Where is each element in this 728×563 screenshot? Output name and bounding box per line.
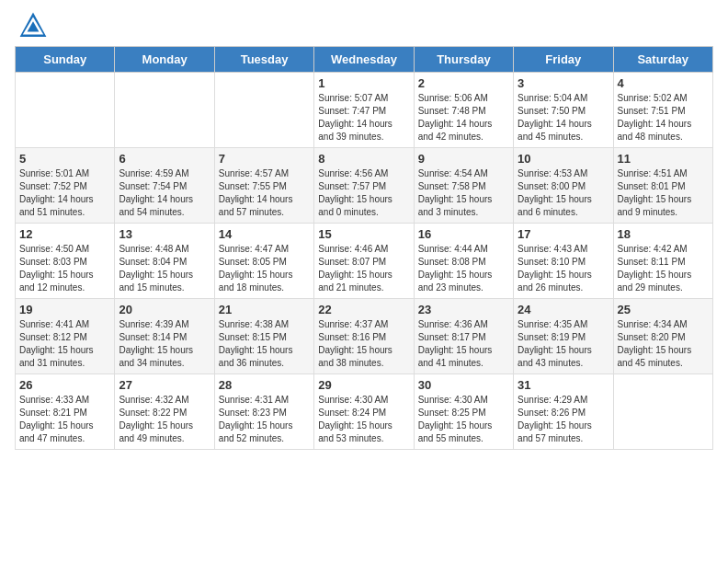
day-number: 23 (418, 303, 509, 316)
day-info: Sunrise: 4:36 AM Sunset: 8:17 PM Dayligh… (418, 318, 509, 370)
calendar-day-4: 4Sunrise: 5:02 AM Sunset: 7:51 PM Daylig… (613, 73, 712, 148)
calendar-day-29: 29Sunrise: 4:30 AM Sunset: 8:24 PM Dayli… (314, 374, 414, 450)
day-number: 16 (418, 227, 509, 241)
calendar-empty-cell (613, 374, 712, 450)
day-number: 15 (318, 227, 409, 241)
col-header-monday: Monday (115, 47, 214, 73)
day-number: 22 (318, 303, 409, 316)
calendar-day-7: 7Sunrise: 4:57 AM Sunset: 7:55 PM Daylig… (214, 148, 313, 224)
day-number: 27 (119, 378, 210, 392)
calendar-day-14: 14Sunrise: 4:47 AM Sunset: 8:05 PM Dayli… (214, 224, 313, 299)
day-number: 12 (19, 227, 110, 241)
calendar-table: SundayMondayTuesdayWednesdayThursdayFrid… (15, 46, 713, 450)
day-info: Sunrise: 4:30 AM Sunset: 8:24 PM Dayligh… (318, 394, 409, 445)
day-number: 7 (219, 152, 310, 166)
day-number: 26 (19, 378, 110, 392)
day-info: Sunrise: 4:44 AM Sunset: 8:08 PM Dayligh… (418, 243, 509, 294)
calendar-day-2: 2Sunrise: 5:06 AM Sunset: 7:48 PM Daylig… (414, 73, 513, 148)
calendar-day-19: 19Sunrise: 4:41 AM Sunset: 8:12 PM Dayli… (16, 299, 115, 374)
col-header-wednesday: Wednesday (314, 47, 414, 73)
day-info: Sunrise: 4:57 AM Sunset: 7:55 PM Dayligh… (219, 167, 310, 219)
day-number: 13 (119, 227, 210, 241)
day-number: 18 (618, 227, 709, 241)
day-info: Sunrise: 4:43 AM Sunset: 8:10 PM Dayligh… (518, 243, 609, 294)
calendar-day-8: 8Sunrise: 4:56 AM Sunset: 7:57 PM Daylig… (314, 148, 414, 224)
day-number: 2 (418, 76, 509, 90)
calendar-day-31: 31Sunrise: 4:29 AM Sunset: 8:26 PM Dayli… (514, 374, 613, 450)
day-info: Sunrise: 4:37 AM Sunset: 8:16 PM Dayligh… (318, 318, 409, 370)
calendar-day-30: 30Sunrise: 4:30 AM Sunset: 8:25 PM Dayli… (414, 374, 513, 450)
day-info: Sunrise: 4:39 AM Sunset: 8:14 PM Dayligh… (119, 318, 210, 370)
calendar-day-27: 27Sunrise: 4:32 AM Sunset: 8:22 PM Dayli… (115, 374, 214, 450)
day-info: Sunrise: 5:06 AM Sunset: 7:48 PM Dayligh… (418, 92, 509, 144)
day-info: Sunrise: 4:33 AM Sunset: 8:21 PM Dayligh… (19, 394, 110, 445)
calendar-day-15: 15Sunrise: 4:46 AM Sunset: 8:07 PM Dayli… (314, 224, 414, 299)
calendar-day-24: 24Sunrise: 4:35 AM Sunset: 8:19 PM Dayli… (514, 299, 613, 374)
day-info: Sunrise: 4:38 AM Sunset: 8:15 PM Dayligh… (219, 318, 310, 370)
day-info: Sunrise: 4:34 AM Sunset: 8:20 PM Dayligh… (618, 318, 709, 370)
col-header-tuesday: Tuesday (214, 47, 313, 73)
logo-icon (18, 11, 48, 40)
day-info: Sunrise: 4:31 AM Sunset: 8:23 PM Dayligh… (219, 394, 310, 445)
calendar-day-12: 12Sunrise: 4:50 AM Sunset: 8:03 PM Dayli… (16, 224, 115, 299)
calendar-day-3: 3Sunrise: 5:04 AM Sunset: 7:50 PM Daylig… (514, 73, 613, 148)
calendar-empty-cell (115, 73, 214, 148)
calendar-week-3: 12Sunrise: 4:50 AM Sunset: 8:03 PM Dayli… (16, 224, 713, 299)
calendar-day-17: 17Sunrise: 4:43 AM Sunset: 8:10 PM Dayli… (514, 224, 613, 299)
day-number: 10 (518, 152, 609, 166)
calendar-day-23: 23Sunrise: 4:36 AM Sunset: 8:17 PM Dayli… (414, 299, 513, 374)
calendar-day-25: 25Sunrise: 4:34 AM Sunset: 8:20 PM Dayli… (613, 299, 712, 374)
calendar-day-18: 18Sunrise: 4:42 AM Sunset: 8:11 PM Dayli… (613, 224, 712, 299)
col-header-saturday: Saturday (613, 47, 712, 73)
calendar-empty-cell (214, 73, 313, 148)
day-info: Sunrise: 4:35 AM Sunset: 8:19 PM Dayligh… (518, 318, 609, 370)
calendar-day-26: 26Sunrise: 4:33 AM Sunset: 8:21 PM Dayli… (16, 374, 115, 450)
day-info: Sunrise: 4:46 AM Sunset: 8:07 PM Dayligh… (318, 243, 409, 294)
day-number: 30 (418, 378, 509, 392)
day-info: Sunrise: 4:32 AM Sunset: 8:22 PM Dayligh… (119, 394, 210, 445)
calendar-day-6: 6Sunrise: 4:59 AM Sunset: 7:54 PM Daylig… (115, 148, 214, 224)
day-number: 20 (119, 303, 210, 316)
day-number: 28 (219, 378, 310, 392)
day-number: 3 (518, 76, 609, 90)
calendar-day-5: 5Sunrise: 5:01 AM Sunset: 7:52 PM Daylig… (16, 148, 115, 224)
calendar-day-1: 1Sunrise: 5:07 AM Sunset: 7:47 PM Daylig… (314, 73, 414, 148)
day-number: 25 (618, 303, 709, 316)
calendar-empty-cell (16, 73, 115, 148)
calendar-week-4: 19Sunrise: 4:41 AM Sunset: 8:12 PM Dayli… (16, 299, 713, 374)
calendar-header-row: SundayMondayTuesdayWednesdayThursdayFrid… (16, 47, 713, 73)
day-info: Sunrise: 5:07 AM Sunset: 7:47 PM Dayligh… (318, 92, 409, 144)
day-number: 24 (518, 303, 609, 316)
day-number: 1 (318, 76, 409, 90)
day-number: 21 (219, 303, 310, 316)
day-number: 11 (618, 152, 709, 166)
day-info: Sunrise: 4:30 AM Sunset: 8:25 PM Dayligh… (418, 394, 509, 445)
calendar-wrapper: SundayMondayTuesdayWednesdayThursdayFrid… (0, 46, 728, 457)
day-info: Sunrise: 4:29 AM Sunset: 8:26 PM Dayligh… (518, 394, 609, 445)
day-info: Sunrise: 4:47 AM Sunset: 8:05 PM Dayligh… (219, 243, 310, 294)
logo (18, 11, 51, 40)
day-info: Sunrise: 5:04 AM Sunset: 7:50 PM Dayligh… (518, 92, 609, 144)
day-number: 29 (318, 378, 409, 392)
day-number: 31 (518, 378, 609, 392)
day-number: 5 (19, 152, 110, 166)
day-info: Sunrise: 5:01 AM Sunset: 7:52 PM Dayligh… (19, 167, 110, 219)
col-header-sunday: Sunday (16, 47, 115, 73)
day-info: Sunrise: 4:51 AM Sunset: 8:01 PM Dayligh… (618, 167, 709, 219)
day-number: 8 (318, 152, 409, 166)
day-info: Sunrise: 4:50 AM Sunset: 8:03 PM Dayligh… (19, 243, 110, 294)
col-header-thursday: Thursday (414, 47, 513, 73)
calendar-day-13: 13Sunrise: 4:48 AM Sunset: 8:04 PM Dayli… (115, 224, 214, 299)
day-info: Sunrise: 4:56 AM Sunset: 7:57 PM Dayligh… (318, 167, 409, 219)
calendar-day-16: 16Sunrise: 4:44 AM Sunset: 8:08 PM Dayli… (414, 224, 513, 299)
day-info: Sunrise: 4:53 AM Sunset: 8:00 PM Dayligh… (518, 167, 609, 219)
page-container: SundayMondayTuesdayWednesdayThursdayFrid… (0, 0, 728, 457)
day-number: 14 (219, 227, 310, 241)
day-number: 9 (418, 152, 509, 166)
day-number: 6 (119, 152, 210, 166)
calendar-week-2: 5Sunrise: 5:01 AM Sunset: 7:52 PM Daylig… (16, 148, 713, 224)
day-number: 4 (618, 76, 709, 90)
calendar-day-11: 11Sunrise: 4:51 AM Sunset: 8:01 PM Dayli… (613, 148, 712, 224)
calendar-week-1: 1Sunrise: 5:07 AM Sunset: 7:47 PM Daylig… (16, 73, 713, 148)
calendar-week-5: 26Sunrise: 4:33 AM Sunset: 8:21 PM Dayli… (16, 374, 713, 450)
